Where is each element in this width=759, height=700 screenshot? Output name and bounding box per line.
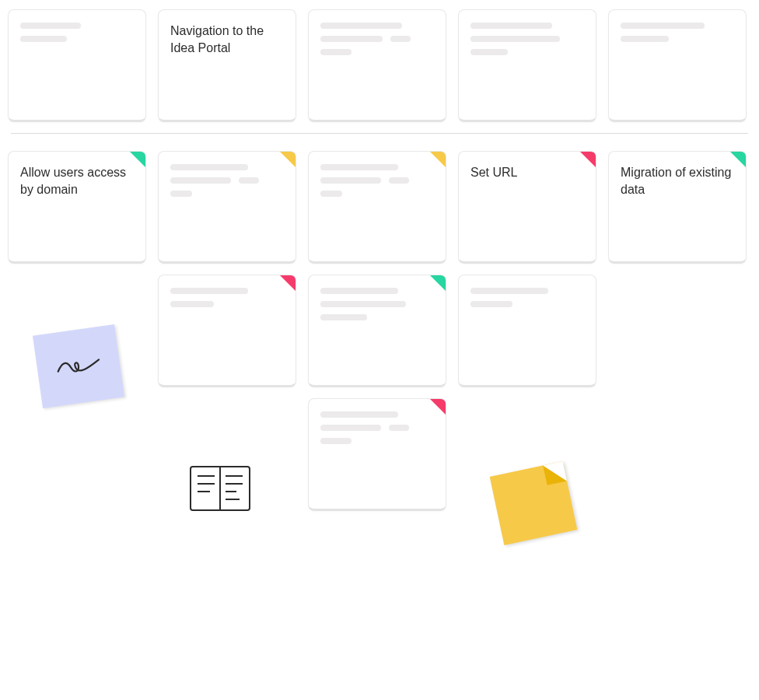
open-book-icon[interactable] xyxy=(188,464,252,513)
story-card[interactable] xyxy=(308,151,446,264)
card-title: Migration of existing data xyxy=(621,164,734,198)
card-row-top: Navigation to the Idea Portal xyxy=(8,9,751,122)
status-tag-pink xyxy=(280,275,296,291)
sticky-note-yellow[interactable] xyxy=(490,461,578,545)
story-card[interactable] xyxy=(8,9,146,122)
squiggle-icon xyxy=(54,352,103,381)
card-title: Navigation to the Idea Portal xyxy=(170,23,284,56)
placeholder-text xyxy=(170,164,284,197)
story-card[interactable] xyxy=(458,9,596,122)
placeholder-text xyxy=(470,23,584,55)
whiteboard-canvas[interactable]: Navigation to the Idea Portal xyxy=(0,0,759,531)
story-card[interactable]: Migration of existing data xyxy=(608,151,747,264)
status-tag-pink xyxy=(580,152,596,167)
placeholder-text xyxy=(320,23,434,55)
status-tag-green xyxy=(130,152,145,167)
note-fold xyxy=(543,461,567,485)
card-row-third xyxy=(158,275,751,387)
placeholder-text xyxy=(320,288,434,320)
status-tag-yellow xyxy=(430,152,446,167)
placeholder-text xyxy=(320,164,434,197)
status-tag-green xyxy=(430,275,446,291)
sticky-note-blue[interactable] xyxy=(33,324,124,408)
placeholder-text xyxy=(170,288,284,307)
section-divider xyxy=(11,133,748,134)
placeholder-text xyxy=(470,288,584,307)
story-card[interactable] xyxy=(308,398,446,511)
story-card[interactable]: Allow users access by domain xyxy=(8,151,146,264)
story-card[interactable] xyxy=(458,275,596,387)
story-card[interactable] xyxy=(158,275,296,387)
story-card[interactable] xyxy=(308,9,446,122)
placeholder-text xyxy=(621,23,734,42)
status-tag-yellow xyxy=(280,152,296,167)
card-title: Set URL xyxy=(470,164,584,181)
status-tag-green xyxy=(730,152,746,167)
placeholder-text xyxy=(20,23,134,42)
status-tag-pink xyxy=(430,399,446,415)
story-card[interactable] xyxy=(308,275,446,387)
story-card[interactable]: Navigation to the Idea Portal xyxy=(158,9,296,122)
story-card[interactable] xyxy=(158,151,296,264)
card-title: Allow users access by domain xyxy=(20,164,134,198)
card-row-second: Allow users access by domain Set URL M xyxy=(8,151,751,264)
placeholder-text xyxy=(320,411,434,444)
story-card[interactable]: Set URL xyxy=(458,151,596,264)
story-card[interactable] xyxy=(608,9,747,122)
